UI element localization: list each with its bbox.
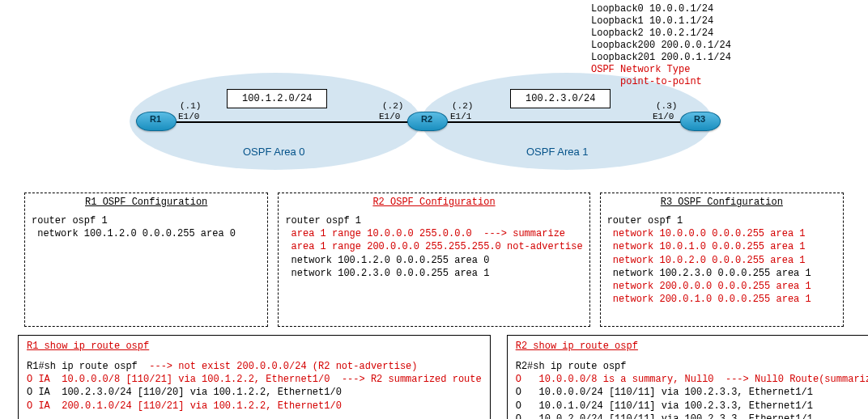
router-r3: R3: [680, 112, 719, 134]
r2l-dot: (.2): [382, 101, 403, 111]
lb1: Loopback1 10.0.1.1/24: [591, 15, 731, 28]
r3-eth: E1/0: [653, 112, 674, 121]
subnet-2: 100.2.3.0/24: [525, 93, 595, 104]
subnet-box-2: 100.2.3.0/24: [510, 89, 611, 108]
r1-route-box: R1 show ip route ospf R1#sh ip route osp…: [18, 335, 491, 419]
nettype2: point-to-point: [591, 76, 731, 88]
r1-eth: E1/0: [178, 112, 199, 121]
link-r2-r3: [433, 121, 684, 123]
subnet-box-1: 100.1.2.0/24: [227, 89, 327, 108]
lb0: Loopback0 10.0.0.1/24: [591, 3, 731, 15]
link-r1-r2: [158, 121, 409, 123]
r1-dot: (.1): [180, 101, 201, 111]
nettype1: OSPF Network Type: [591, 64, 731, 76]
router-r3-label: R3: [680, 114, 719, 124]
route-row: R1 show ip route ospf R1#sh ip route osp…: [8, 335, 860, 419]
r2l-eth: E1/0: [379, 112, 400, 121]
router-r1: R1: [136, 112, 175, 134]
r2r-dot: (.2): [452, 101, 473, 111]
router-r1-label: R1: [136, 114, 175, 124]
area1-label: OSPF Area 1: [526, 146, 589, 158]
r1-config-title: R1 OSPF Configuration: [32, 197, 261, 208]
r1-route-title: R1 show ip route ospf: [27, 341, 482, 352]
router-r2: R2: [407, 112, 446, 134]
r1-config-body: router ospf 1 network 100.1.2.0 0.0.0.25…: [32, 214, 261, 240]
topology-diagram: 100.1.2.0/24 100.2.3.0/24 R1 R2 R3 (.1) …: [8, 8, 860, 186]
r2-config-box: R2 OSPF Configuration router ospf 1 area…: [278, 193, 589, 327]
area0-label: OSPF Area 0: [243, 146, 305, 158]
r2r-eth: E1/1: [450, 112, 471, 121]
subnet-1: 100.1.2.0/24: [242, 93, 312, 104]
r3-config-body: router ospf 1 network 10.0.0.0 0.0.0.255…: [607, 214, 836, 306]
r3-dot: (.3): [656, 101, 677, 111]
r1-route-body: R1#sh ip route ospf ---> not exist 200.0…: [27, 360, 482, 413]
config-row: R1 OSPF Configuration router ospf 1 netw…: [8, 193, 860, 327]
loopback-list: Loopback0 10.0.0.1/24 Loopback1 10.0.1.1…: [591, 3, 731, 88]
lb200: Loopback200 200.0.0.1/24: [591, 40, 731, 52]
lb2: Loopback2 10.0.2.1/24: [591, 28, 731, 40]
r1-config-box: R1 OSPF Configuration router ospf 1 netw…: [24, 193, 268, 327]
router-r2-label: R2: [407, 114, 446, 124]
r2-route-box: R2 show ip route ospf R2#sh ip route osp…: [507, 335, 868, 419]
r2-route-title: R2 show ip route ospf: [516, 341, 868, 352]
r2-route-body: R2#sh ip route ospf O 10.0.0.0/8 is a su…: [516, 360, 868, 419]
r3-config-title: R3 OSPF Configuration: [607, 197, 836, 208]
r3-config-box: R3 OSPF Configuration router ospf 1 netw…: [600, 193, 844, 327]
lb201: Loopback201 200.0.1.1/24: [591, 52, 731, 64]
r2-config-title: R2 OSPF Configuration: [285, 197, 582, 208]
r2-config-body: router ospf 1 area 1 range 10.0.0.0 255.…: [285, 214, 582, 280]
